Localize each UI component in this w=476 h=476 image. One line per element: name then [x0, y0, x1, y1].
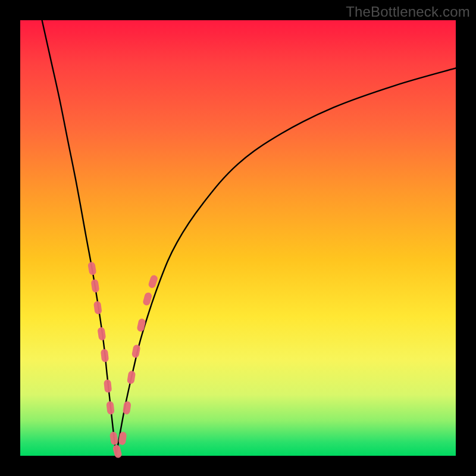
- data-marker: [104, 379, 112, 393]
- data-marker: [90, 279, 99, 293]
- data-marker: [106, 401, 114, 415]
- chart-frame: TheBottleneck.com: [0, 0, 476, 476]
- watermark-text: TheBottleneck.com: [346, 4, 470, 20]
- marker-group-left: [87, 261, 123, 458]
- data-marker: [87, 261, 97, 275]
- data-marker: [148, 274, 158, 289]
- plot-area: [20, 20, 456, 456]
- data-marker: [127, 370, 136, 384]
- curve-layer: [20, 20, 456, 456]
- curve-path: [116, 68, 456, 456]
- data-marker: [109, 431, 118, 446]
- data-marker: [131, 344, 141, 358]
- data-marker: [112, 444, 123, 459]
- curve-right-branch: [116, 68, 456, 456]
- data-marker: [136, 318, 146, 332]
- data-marker: [101, 349, 109, 362]
- data-marker: [97, 327, 106, 340]
- data-marker: [123, 401, 131, 415]
- data-marker: [93, 300, 102, 314]
